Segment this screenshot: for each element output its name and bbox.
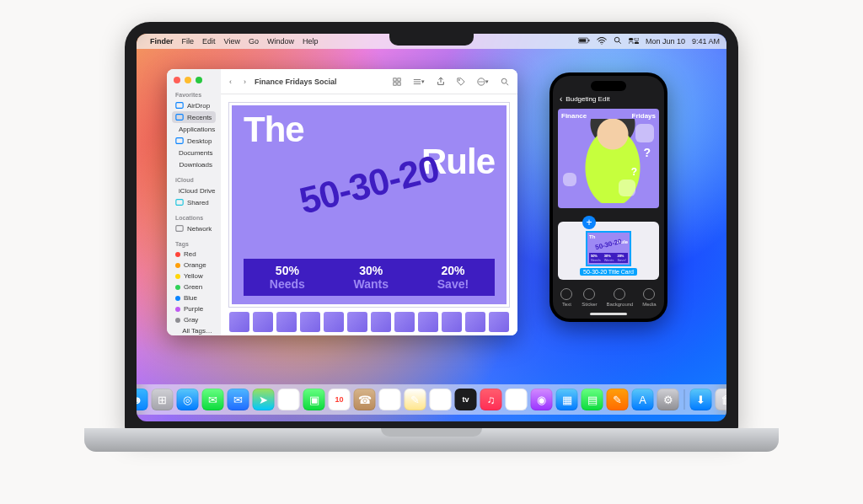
dock-app-podcasts[interactable]: ◉ (531, 389, 553, 410)
dock-app-pages[interactable]: ✎ (607, 389, 629, 410)
dock-app-appstore[interactable]: A (632, 389, 654, 410)
menubar-time[interactable]: 9:41 AM (692, 37, 720, 46)
gallery-thumbnail[interactable] (300, 312, 320, 332)
dock-app-tv[interactable]: tv (455, 389, 477, 410)
gallery-thumbnail[interactable] (347, 312, 367, 332)
gallery-thumbnail[interactable] (442, 312, 462, 332)
menubar-date[interactable]: Mon Jun 10 (646, 37, 685, 46)
svg-point-25 (458, 79, 460, 81)
sidebar-item-red[interactable]: Red (172, 249, 216, 260)
dock-app-notes[interactable]: ✎ (405, 389, 426, 410)
sidebar-item-green[interactable]: Green (172, 281, 216, 292)
sidebar-item-network[interactable]: Network (172, 223, 216, 234)
action-button[interactable]: ▾ (474, 76, 492, 88)
dock-app-contacts[interactable]: ☎ (354, 389, 376, 410)
nav-forward-button[interactable]: › (240, 76, 249, 88)
sidebar-item-gray[interactable]: Gray (172, 314, 216, 325)
share-button[interactable] (433, 76, 448, 88)
gallery-thumbnail[interactable] (276, 312, 297, 332)
search-button[interactable] (497, 76, 512, 88)
sidebar-item-shared[interactable]: Shared (172, 196, 216, 208)
menu-item-help[interactable]: Help (303, 37, 319, 46)
tag-dot-icon (175, 296, 180, 301)
gallery-thumbnail[interactable] (418, 312, 438, 332)
gallery-thumbnail[interactable] (324, 312, 344, 332)
editor-tab-text[interactable]: Text (560, 288, 572, 307)
gallery-thumbnail[interactable] (394, 312, 415, 332)
sidebar-item-icloud-drive[interactable]: iCloud Drive (172, 185, 216, 196)
sidebar-item-purple[interactable]: Purple (172, 303, 216, 314)
sidebar-item-blue[interactable]: Blue (172, 292, 216, 303)
sidebar-item-yellow[interactable]: Yellow (172, 271, 216, 281)
mini-rule: 50%Needs (591, 254, 601, 262)
gallery-thumbnail[interactable] (489, 312, 509, 332)
app-menu[interactable]: Finder (150, 37, 174, 46)
sidebar-item-airdrop[interactable]: AirDrop (172, 99, 216, 111)
sidebar-item-applications[interactable]: Applications (172, 123, 216, 135)
rule-label: Save! (437, 277, 469, 291)
sticker-shape[interactable] (635, 124, 654, 142)
minimize-button[interactable] (185, 77, 191, 83)
dock-app-mail[interactable]: ✉ (228, 389, 249, 410)
sidebar-item-label: Downloads (179, 161, 212, 169)
control-center-icon[interactable] (629, 37, 639, 46)
sidebar-item-downloads[interactable]: Downloads (172, 158, 216, 170)
sticker-shape[interactable] (619, 180, 635, 196)
group-button[interactable]: ▾ (410, 76, 428, 88)
back-button[interactable]: ‹ (560, 94, 562, 104)
view-icons-button[interactable] (389, 76, 405, 88)
menu-item-file[interactable]: File (182, 37, 195, 46)
sidebar-item-desktop[interactable]: Desktop (172, 135, 216, 147)
editor-tab-media[interactable]: Media (642, 288, 656, 307)
tag-button[interactable] (453, 76, 469, 88)
close-button[interactable] (174, 77, 180, 83)
dock-app-facetime[interactable]: ▣ (303, 389, 325, 410)
sidebar-item-label: Green (184, 283, 202, 291)
question-mark-sticker[interactable]: ? (643, 146, 651, 159)
dock-app-launchpad[interactable]: ⊞ (152, 389, 174, 410)
nav-back-button[interactable]: ‹ (226, 76, 235, 88)
asset-thumbnail-selected[interactable]: Th 50-30-20 Rule 50%Needs30%Wants20%Save… (586, 231, 631, 266)
add-asset-button[interactable]: + (582, 216, 596, 229)
dock-app-news[interactable]: N (506, 389, 528, 410)
dock-app-numbers[interactable]: ▤ (582, 389, 603, 410)
sidebar-item-documents[interactable]: Documents (172, 147, 216, 158)
gallery-thumbnail[interactable] (253, 312, 273, 332)
menu-item-view[interactable]: View (224, 37, 240, 46)
sticker-shape[interactable] (563, 173, 576, 186)
dock-app-maps[interactable]: ➤ (253, 389, 275, 410)
sidebar-item-all-tags-[interactable]: All Tags… (172, 325, 216, 335)
gallery-thumbnail[interactable] (229, 312, 249, 332)
gallery-thumbnail[interactable] (465, 312, 485, 332)
wifi-icon[interactable] (597, 37, 607, 46)
sidebar-group-title: Tags (172, 239, 216, 249)
dock-app-safari[interactable]: ◎ (177, 389, 199, 410)
menu-item-edit[interactable]: Edit (202, 37, 216, 46)
dock-app-keynote[interactable]: ▦ (556, 389, 578, 410)
gallery-preview-image[interactable]: The 50-30-20 Rule 50%Needs30%Wants20%Sav… (229, 103, 509, 307)
zoom-button[interactable] (196, 77, 202, 83)
editor-tab-sticker[interactable]: Sticker (582, 288, 597, 307)
sidebar-item-recents[interactable]: Recents (172, 111, 216, 123)
battery-icon[interactable] (578, 37, 590, 46)
dock-downloads[interactable]: ⬇ (690, 389, 712, 410)
dock-app-music[interactable]: ♫ (480, 389, 502, 410)
menu-item-window[interactable]: Window (267, 37, 294, 46)
dock-app-photos[interactable]: ✿ (278, 389, 300, 410)
dock-app-messages[interactable]: ✉ (202, 389, 224, 410)
home-indicator[interactable] (590, 313, 627, 315)
gallery-thumbnail[interactable] (371, 312, 391, 332)
sidebar-item-orange[interactable]: Orange (172, 260, 216, 271)
search-icon[interactable] (614, 36, 622, 46)
dock-trash[interactable]: 🗑 (716, 389, 727, 410)
tab-label: Text (562, 302, 571, 307)
dock-app-finder[interactable]: ☻ (137, 389, 148, 410)
menu-item-go[interactable]: Go (249, 37, 259, 46)
dock-app-calendar[interactable]: 10 (329, 389, 351, 410)
editor-tab-background[interactable]: Background (606, 288, 633, 307)
dock-app-settings[interactable]: ⚙ (657, 389, 679, 410)
editor-canvas[interactable]: Finance Fridays ? ? (558, 109, 659, 208)
dock-app-freeform[interactable]: ✏ (430, 389, 452, 410)
question-mark-sticker[interactable]: ? (631, 166, 637, 178)
dock-app-reminders[interactable]: ☰ (379, 389, 401, 410)
